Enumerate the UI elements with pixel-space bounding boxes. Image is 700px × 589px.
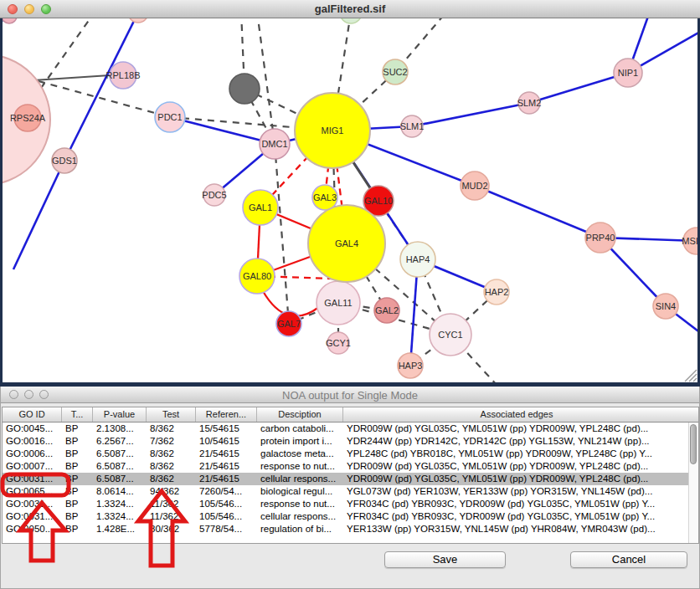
table-cell: 6.5087... [93,460,147,473]
graph-edge[interactable] [475,186,600,238]
graph-node-label-DMC1: DMC1 [261,139,287,149]
graph-node-label-SLM1: SLM1 [400,121,425,131]
table-row-6[interactable]: GO:0031...BP1.3324...11/362105/546...res… [3,498,698,510]
table-cell: BP [62,473,93,485]
graph-node-gray-node[interactable] [229,74,260,104]
table-cell: 94/362 [147,485,196,498]
save-button[interactable]: Save [384,551,506,568]
table-cell: cellular respons... [257,510,343,523]
graph-node-label-SIN4: SIN4 [656,301,676,311]
graph-node-label-GAL1: GAL1 [249,202,272,213]
table-cell: YGL073W (pd) YER103W, YER133W (pp) YOR31… [343,485,690,498]
table-cell: BP [62,460,93,473]
network-window: galFiltered.sif RPL18BRPS24AGDS1PDC1PDC5… [0,0,700,387]
table-body: GO:0045...BP2.1308...8/36215/54615carbon… [3,423,698,543]
column-header-4[interactable]: Referen... [196,407,257,422]
table-cell: 7260/54... [196,485,257,498]
graph-edge[interactable] [33,18,94,99]
table-cell: 8/362 [147,423,196,435]
table-cell: 105/546... [196,498,257,510]
table-cell: 8/362 [147,460,196,473]
table-cell: 6.2567... [93,435,147,448]
cancel-button[interactable]: Cancel [570,551,687,568]
network-window-titlebar[interactable]: galFiltered.sif [0,0,700,18]
table-cell: response to nut... [257,460,343,473]
scrollbar-thumb[interactable] [690,424,697,464]
graph-node-tiny-pink[interactable] [3,18,17,23]
table-row-2[interactable]: GO:0006...BP6.5087...8/36221/54615galact… [3,448,698,460]
table-cell: 80/362 [147,523,196,535]
graph-node-label-GAL7: GAL7 [277,319,301,329]
table-cell: YPL248C (pd) YBR018C, YML051W (pp) YDR00… [343,448,690,460]
network-canvas[interactable]: RPL18BRPS24AGDS1PDC1PDC5DMC1MIG1SUC2SLM1… [3,18,697,382]
table-row-3[interactable]: GO:0007...BP6.5087...8/36221/54615respon… [3,460,698,473]
table-cell: BP [62,523,93,535]
table-row-8[interactable]: GO:0050...BP1.428E...80/3625778/54...reg… [3,523,698,535]
table-cell: regulation of bi... [257,523,343,535]
table-cell: YDR009W (pd) YGL035C, YML051W (pp) YDR00… [343,473,690,485]
table-row-4[interactable]: GO:0031...BP6.5087...8/36221/54615cellul… [3,473,698,485]
graph-edge[interactable] [529,73,628,103]
resize-grip[interactable] [685,370,697,382]
table-cell: cellular respons... [257,473,343,485]
table-row-7[interactable]: GO:0031...BP1.3324...11/362105/546...cel… [3,510,698,523]
column-header-2[interactable]: P-value [93,407,147,422]
graph-edge[interactable] [275,144,289,324]
graph-node-label-HAP2: HAP2 [485,287,509,297]
table-cell: BP [62,448,93,460]
graph-node-label-GAL10: GAL10 [364,196,393,206]
graph-node-cut-pink-top[interactable] [128,18,148,23]
column-header-1[interactable]: T... [62,407,93,422]
table-cell: biological regul... [257,485,343,498]
graph-node-label-MIG1: MIG1 [322,125,344,136]
table-cell: 6.5087... [93,448,147,460]
noa-window-titlebar[interactable]: NOA output for Single Mode [1,387,699,403]
table-cell: GO:0045... [3,423,62,435]
table-cell: GO:0031... [3,510,62,523]
column-header-6[interactable]: Associated edges [343,407,690,422]
table-cell: GO:0006... [3,448,62,460]
table-cell: protein import i... [257,435,343,448]
table-cell: GO:0007... [3,460,62,473]
vertical-scrollbar[interactable] [688,423,698,543]
graph-node-label-GAL2: GAL2 [375,305,399,315]
table-cell: GO:0016... [3,435,62,448]
table-cell: BP [62,498,93,510]
graph-node-label-MSI: MSI [682,236,697,246]
table-cell: 5778/54... [196,523,257,535]
graph-node-label-GAL3: GAL3 [313,192,337,202]
graph-edge[interactable] [412,103,529,126]
graph-node-cut-green-top[interactable] [340,18,362,23]
table-cell: 11/362 [147,498,196,510]
graph-node-label-CYC1: CYC1 [438,330,462,340]
graph-node-label-PDC1: PDC1 [157,112,182,122]
table-cell: BP [62,510,93,523]
table-row-0[interactable]: GO:0045...BP2.1308...8/36215/54615carbon… [3,423,698,435]
graph-node-label-GAL4: GAL4 [335,238,358,248]
table-cell: 1.3324... [93,510,147,523]
table-cell: YFR034C (pd) YBR093C, YDR009W (pd) YGL03… [343,498,690,510]
graph-node-label-MUD2: MUD2 [461,181,487,191]
table-cell: 2.1308... [93,423,147,435]
graph-node-label-HAP3: HAP3 [399,361,423,371]
table-cell: 7/362 [147,435,196,448]
network-graph[interactable]: RPL18BRPS24AGDS1PDC1PDC5DMC1MIG1SUC2SLM1… [3,18,697,382]
graph-edge[interactable] [13,161,64,269]
column-header-0[interactable]: GO ID [3,407,62,422]
graph-node-label-PRP40: PRP40 [586,233,615,243]
graph-node-label-HAP4: HAP4 [406,254,430,264]
table-cell: response to nut... [257,498,343,510]
graph-node-label-GCY1: GCY1 [326,338,351,348]
column-header-3[interactable]: Test [147,407,196,422]
table-row-1[interactable]: GO:0016...BP6.2567...7/36210/54615protei… [3,435,698,448]
graph-edge[interactable] [39,81,170,117]
graph-node-label-RPL18B: RPL18B [106,70,141,80]
graph-node-label-SUC2: SUC2 [383,67,407,77]
graph-edge[interactable] [33,75,110,80]
table-cell: 8/362 [147,448,196,460]
graph-node-label-NIP1: NIP1 [618,68,638,78]
table-row-5[interactable]: GO:0065...BP8.0614...94/3627260/54...bio… [3,485,698,498]
column-header-5[interactable]: Desciption [257,407,343,422]
graph-edge[interactable] [64,18,138,161]
table-cell: YDR244W (pp) YDR142C, YDR142C (pp) YGL15… [343,435,690,448]
